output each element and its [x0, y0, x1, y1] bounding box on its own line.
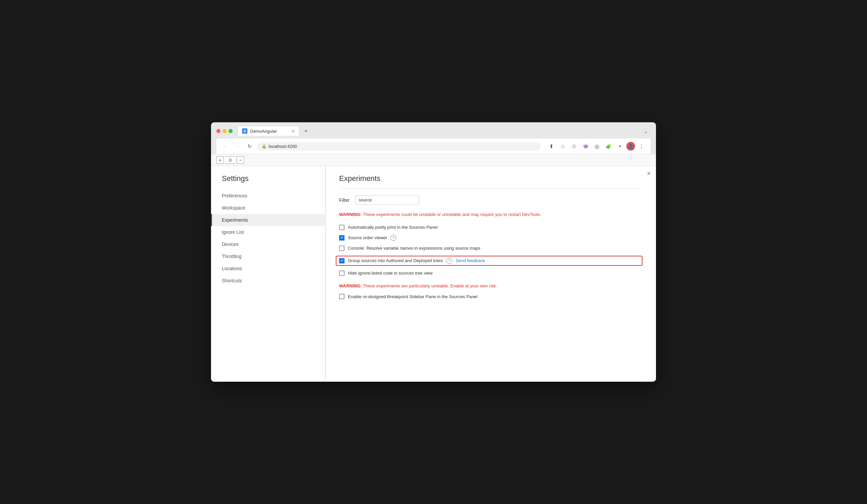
experiment-item-group-sources: Group sources into Authored and Deployed…	[336, 256, 642, 266]
sidebar-item-preferences[interactable]: Preferences	[211, 190, 325, 202]
sidebar-item-experiments[interactable]: Experiments	[211, 214, 325, 226]
experiments-title: Experiments	[339, 174, 642, 189]
address-lock-icon: 🔒	[261, 144, 267, 149]
experiment-item-pretty-print: Automatically pretty print in the Source…	[339, 225, 642, 230]
hide-ignore-checkbox[interactable]	[339, 271, 344, 276]
tab-title: DemoAngular	[250, 129, 277, 134]
warning-message-1: These experiments could be unstable or u…	[362, 212, 541, 217]
browser-content: + 0 − × Settings Preferences Workspace E…	[211, 154, 656, 382]
browser-tab[interactable]: A DemoAngular ×	[238, 126, 299, 136]
breakpoint-sidebar-label: Enable re-designed Breakpoint Sidebar Pa…	[348, 294, 477, 299]
pretty-print-label: Automatically pretty print in the Source…	[348, 225, 438, 230]
devtools-counter-bar: + 0 −	[211, 154, 656, 166]
send-feedback-link[interactable]: Send feedback	[456, 258, 485, 263]
sidebar-item-locations[interactable]: Locations	[211, 262, 325, 275]
back-button[interactable]: ←	[221, 142, 230, 151]
sidebar-item-devices[interactable]: Devices	[211, 238, 325, 250]
warning-text-2: WARNING: These experiments are particula…	[339, 283, 642, 289]
toolbar-actions: ⬆ ☆ ☺ 👾 ◎ 🧩 ▪ 👤 ⋮	[546, 141, 646, 151]
group-sources-label: Group sources into Authored and Deployed…	[348, 258, 443, 263]
filter-input[interactable]	[355, 195, 419, 205]
traffic-lights	[216, 129, 233, 133]
group-sources-checkbox[interactable]	[339, 258, 344, 263]
group-sources-help-icon[interactable]: ?	[446, 258, 452, 264]
filter-row: Filter	[339, 195, 642, 205]
close-settings-button[interactable]: ×	[647, 170, 651, 177]
minimize-traffic-light[interactable]	[223, 129, 226, 133]
address-bar-url: localhost:4200	[269, 144, 297, 149]
extension-icon-3[interactable]: ◎	[592, 141, 602, 151]
extension-icon-5[interactable]: ▪	[615, 141, 625, 151]
user-profile-icon[interactable]: 👤	[626, 142, 635, 151]
settings-nav: Preferences Workspace Experiments Ignore…	[211, 190, 325, 287]
sidebar-item-ignore-list[interactable]: Ignore List	[211, 226, 325, 238]
extension-icon-2[interactable]: 👾	[580, 141, 591, 151]
forward-button[interactable]: →	[233, 142, 242, 151]
maximize-traffic-light[interactable]	[228, 129, 233, 133]
counter-minus-button[interactable]: −	[237, 156, 244, 164]
bookmark-icon[interactable]: ☆	[558, 141, 568, 151]
browser-titlebar: A DemoAngular × + ⌄ ← → ↻ 🔒 localhost:42…	[211, 122, 656, 154]
warning-text-1: WARNING: These experiments could be unst…	[339, 211, 642, 218]
source-order-checkbox[interactable]	[339, 235, 344, 241]
sidebar-item-shortcuts[interactable]: Shortcuts	[211, 275, 325, 287]
tab-close-button[interactable]: ×	[292, 128, 295, 134]
settings-sidebar: Settings Preferences Workspace Experimen…	[211, 166, 325, 382]
counter-plus-button[interactable]: +	[216, 156, 224, 164]
tab-expand-icon[interactable]: ⌄	[643, 128, 648, 134]
experiment-item-hide-ignore: Hide ignore-listed code in sources tree …	[339, 271, 642, 276]
experiment-item-console-resolve: Console: Resolve variable names in expre…	[339, 245, 642, 251]
share-icon[interactable]: ⬆	[546, 141, 556, 151]
extension-icon-1[interactable]: ☺	[569, 141, 579, 151]
settings-content: Experiments Filter WARNING: These experi…	[325, 166, 656, 382]
extension-icon-4[interactable]: 🧩	[603, 141, 613, 151]
pretty-print-checkbox[interactable]	[339, 225, 344, 230]
devtools-panel: × Settings Preferences Workspace Experim…	[211, 166, 656, 382]
tab-bar: A DemoAngular × + ⌄	[216, 126, 651, 136]
hide-ignore-label: Hide ignore-listed code in sources tree …	[348, 271, 432, 276]
menu-icon[interactable]: ⋮	[636, 141, 646, 151]
settings-title: Settings	[211, 174, 325, 190]
source-order-help-icon[interactable]: ?	[390, 235, 396, 241]
console-resolve-label: Console: Resolve variable names in expre…	[348, 245, 480, 251]
warning-message-2: These experiments are particularly unsta…	[362, 283, 497, 288]
new-tab-button[interactable]: +	[301, 126, 311, 136]
browser-window: A DemoAngular × + ⌄ ← → ↻ 🔒 localhost:42…	[211, 122, 656, 382]
experiment-item-source-order: Source order viewer ?	[339, 235, 642, 241]
filter-label: Filter	[339, 197, 350, 203]
experiment-item-breakpoint-sidebar: Enable re-designed Breakpoint Sidebar Pa…	[339, 294, 642, 299]
console-resolve-checkbox[interactable]	[339, 245, 344, 251]
refresh-button[interactable]: ↻	[245, 142, 254, 151]
warning-label-1: WARNING:	[339, 212, 362, 217]
sidebar-item-throttling[interactable]: Throttling	[211, 250, 325, 262]
counter-value: 0	[225, 156, 235, 164]
tab-favicon: A	[242, 128, 247, 134]
address-bar[interactable]: 🔒 localhost:4200	[257, 142, 541, 151]
browser-toolbar: ← → ↻ 🔒 localhost:4200 ⬆ ☆ ☺ 👾 ◎ 🧩 ▪ 👤 ⋮	[216, 139, 651, 154]
sidebar-item-workspace[interactable]: Workspace	[211, 202, 325, 214]
close-traffic-light[interactable]	[216, 129, 221, 133]
breakpoint-sidebar-checkbox[interactable]	[339, 294, 344, 299]
source-order-label: Source order viewer	[348, 235, 387, 240]
warning-label-2: WARNING:	[339, 283, 362, 288]
